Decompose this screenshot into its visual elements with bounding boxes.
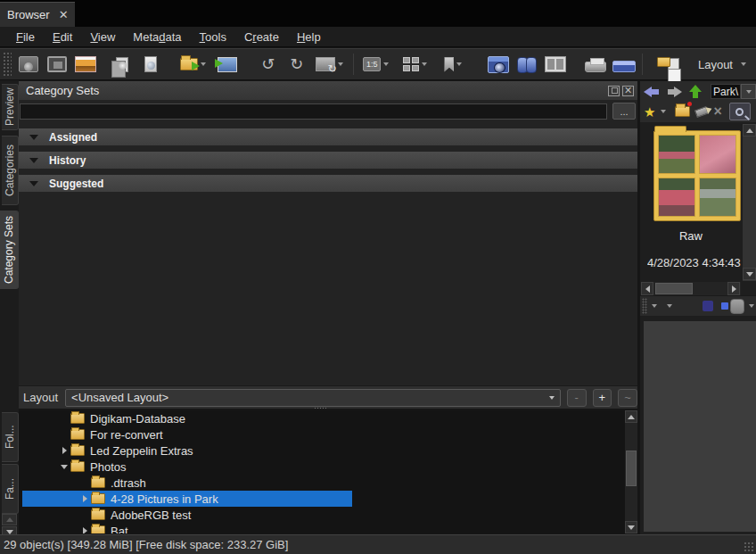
layout-update-button[interactable]: ~ [618, 389, 637, 407]
copy-file-button[interactable] [111, 52, 136, 77]
path-dropdown-button[interactable] [741, 84, 756, 99]
thumbnail-horizontal-scrollbar[interactable] [641, 282, 741, 295]
side-tab-fa[interactable]: Fa... [2, 464, 19, 514]
side-tab-preview[interactable]: Preview [2, 84, 19, 130]
menu-edit[interactable]: Edit [44, 28, 81, 46]
menu-view[interactable]: View [81, 28, 124, 46]
menu-help[interactable]: Help [288, 28, 330, 46]
tree-row-4-28-pictures-in-park[interactable]: 4-28 Pictures in Park [19, 491, 625, 507]
delete-x-icon[interactable]: × [713, 104, 721, 119]
move-image-button[interactable] [215, 52, 240, 77]
tree-row-for-re-convert[interactable]: For re-convert [19, 426, 625, 442]
capture-button[interactable] [486, 52, 511, 77]
tree-row-adobergb-test[interactable]: AdobeRGB test [19, 507, 625, 523]
sort-dropdown-icon[interactable] [652, 304, 657, 308]
view-dropdown-icon[interactable] [667, 304, 672, 308]
scroll-up-button[interactable] [625, 410, 637, 423]
thumbnail-view-button[interactable] [399, 52, 434, 77]
toolbar-grip[interactable] [3, 52, 12, 77]
rename-edit-icon[interactable] [694, 105, 709, 117]
forward-icon[interactable] [667, 87, 683, 97]
expander-collapsed-icon[interactable] [83, 495, 87, 502]
open-folder-dropdown-icon[interactable] [201, 62, 206, 66]
horizontal-scrollbar-thumb[interactable] [655, 283, 693, 294]
tree-row-photos[interactable]: Photos [19, 459, 625, 475]
category-search-input[interactable] [20, 103, 607, 120]
toolbar-grip[interactable] [642, 298, 647, 314]
section-header-suggested[interactable]: Suggested [19, 175, 637, 192]
scroll-tabs-up-button[interactable] [2, 514, 17, 525]
close-panel-icon[interactable]: ✕ [622, 86, 634, 96]
print-button[interactable] [583, 52, 608, 77]
resize-grip[interactable] [744, 542, 754, 552]
search-button[interactable] [514, 52, 539, 77]
menu-metadata[interactable]: Metadata [124, 28, 190, 46]
favorites-star-icon[interactable]: ★ [644, 105, 655, 119]
collapse-triangle-icon[interactable] [29, 135, 38, 140]
menu-create[interactable]: Create [235, 28, 288, 46]
bookmark-dropdown-icon[interactable] [456, 62, 462, 66]
ratio-dropdown-icon[interactable] [383, 62, 389, 66]
size-dropdown-icon[interactable] [749, 304, 754, 308]
tab-close-icon[interactable]: ✕ [59, 8, 69, 21]
side-tab-fol[interactable]: Fol... [2, 412, 19, 462]
side-tab-category-sets[interactable]: Category Sets [0, 211, 19, 289]
path-combobox[interactable]: Park\ [711, 84, 756, 99]
up-folder-icon[interactable] [689, 85, 702, 99]
tree-row-digikam-database[interactable]: Digikam-Database [19, 410, 625, 426]
search-toggle-button[interactable] [729, 103, 751, 120]
layout-add-button[interactable]: + [593, 389, 612, 407]
scroll-up-button[interactable] [743, 124, 756, 136]
side-tab-categories[interactable]: Categories [2, 136, 19, 205]
fit-window-button[interactable] [45, 52, 70, 77]
panel-layout-button[interactable] [543, 52, 568, 77]
folder-files-button[interactable] [657, 52, 689, 77]
layout-combobox[interactable]: <Unsaved Layout> [65, 389, 561, 407]
scroll-left-button[interactable] [641, 282, 653, 295]
collapse-triangle-icon[interactable] [29, 181, 38, 186]
thumbnail-mode-icon[interactable] [703, 301, 713, 311]
menu-file[interactable]: File [7, 28, 44, 46]
expander-collapsed-icon[interactable] [83, 527, 87, 533]
layout-remove-button[interactable]: - [567, 389, 587, 407]
view-image-button[interactable] [73, 52, 98, 77]
section-header-history[interactable]: History [19, 152, 637, 169]
rotate-left-button[interactable]: ↺ [256, 52, 281, 77]
rotate-image-button[interactable] [313, 52, 349, 77]
tree-row-bat[interactable]: Bat [19, 523, 625, 533]
thumbnail-vertical-scrollbar[interactable] [743, 124, 756, 281]
tree-row-led-zeppelin-extras[interactable]: Led Zeppelin Extras [19, 442, 625, 459]
tree-scrollbar[interactable] [625, 410, 637, 533]
scroll-down-button[interactable] [625, 521, 637, 533]
tree-row--dtrash[interactable]: .dtrash [19, 475, 625, 491]
folder-thumbnail[interactable] [653, 130, 741, 221]
tree-scrollbar-thumb[interactable] [626, 451, 637, 486]
bookmark-button[interactable] [438, 52, 472, 77]
float-panel-icon[interactable] [608, 86, 620, 96]
rotate-image-dropdown-icon[interactable] [338, 62, 343, 66]
slider-thumb[interactable] [730, 299, 744, 314]
path-value[interactable]: Park\ [711, 84, 741, 99]
new-folder-icon[interactable] [675, 106, 690, 117]
menu-tools[interactable]: Tools [191, 28, 235, 46]
file-info-button[interactable] [138, 52, 163, 77]
scroll-right-button[interactable] [727, 282, 740, 295]
ratio-button[interactable]: 1:5 [359, 52, 395, 77]
category-sets-header[interactable]: Category Sets ✕ [19, 81, 637, 100]
print-preview-button[interactable] [612, 52, 637, 77]
tab-browser[interactable]: Browser ✕ [0, 2, 75, 27]
thumbnail-size-slider[interactable] [721, 299, 744, 314]
favorites-dropdown-icon[interactable] [661, 110, 666, 113]
expander-expanded-icon[interactable] [61, 465, 68, 469]
preview-pane-button[interactable] [16, 52, 41, 77]
rotate-right-button[interactable]: ↻ [284, 52, 309, 77]
open-folder-button[interactable] [177, 52, 211, 77]
more-options-button[interactable]: ... [612, 103, 636, 120]
collapse-triangle-icon[interactable] [29, 158, 38, 163]
thumbnail-view-dropdown-icon[interactable] [422, 62, 427, 66]
layout-dropdown-button[interactable]: Layout [691, 54, 756, 75]
back-icon[interactable] [644, 87, 660, 97]
expander-collapsed-icon[interactable] [62, 447, 67, 454]
section-header-assigned[interactable]: Assigned [19, 128, 637, 145]
scroll-down-button[interactable] [743, 268, 756, 280]
